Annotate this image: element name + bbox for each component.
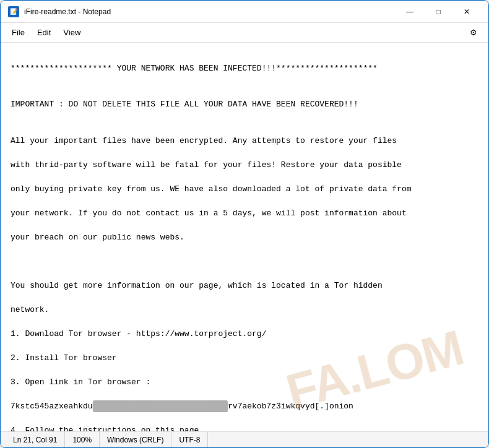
minimize-button[interactable]: — xyxy=(396,1,424,23)
line-16-start: 7kstc545azxeahkdu xyxy=(11,402,93,411)
line-3: IMPORTANT : DO NOT DELETE THIS FILE ALL … xyxy=(11,100,358,109)
close-button[interactable]: ✕ xyxy=(452,1,481,23)
title-bar: 📝 iFire-readme.txt - Notepad — □ ✕ xyxy=(1,1,488,23)
menu-file[interactable]: File xyxy=(6,25,31,40)
window-title: iFire-readme.txt - Notepad xyxy=(24,7,396,16)
line-7-text: only buying private key from us. WE have… xyxy=(11,184,412,194)
zoom-level[interactable]: 100% xyxy=(65,432,100,447)
line-15-text: 3. Open link in Tor browser : xyxy=(11,377,150,387)
app-icon: 📝 xyxy=(8,6,19,17)
text-editor-area[interactable]: ********************* YOUR NETWORK HAS B… xyxy=(1,43,488,431)
window-controls: — □ ✕ xyxy=(396,1,481,23)
line-5: All your important files have been encry… xyxy=(11,136,397,145)
line-1: ********************* YOUR NETWORK HAS B… xyxy=(11,64,378,73)
app-icon-letter: 📝 xyxy=(10,8,17,15)
encoding[interactable]: UTF-8 xyxy=(171,432,208,447)
gear-icon: ⚙ xyxy=(470,28,477,37)
settings-gear-button[interactable]: ⚙ xyxy=(464,24,483,41)
line-8-text: your network. If you do not contact us i… xyxy=(11,209,407,218)
line-ending[interactable]: Windows (CRLF) xyxy=(100,432,171,447)
menu-edit[interactable]: Edit xyxy=(31,25,57,40)
line-6-text: with thrid-party software will be fatal … xyxy=(11,160,402,170)
line-11: You should get more information on our p… xyxy=(11,281,383,290)
file-content: ********************* YOUR NETWORK HAS B… xyxy=(11,50,478,431)
line-17-text: 4. Follow the instructions on this page xyxy=(11,426,199,432)
line-16-redacted: ████████████████████████████ xyxy=(93,400,228,413)
menu-view[interactable]: View xyxy=(57,25,87,40)
cursor-position: Ln 21, Col 91 xyxy=(6,432,65,447)
line-12-text: network. xyxy=(11,305,49,314)
line-13-text: 1. Download Tor browser - https://www.to… xyxy=(11,329,266,338)
maximize-button[interactable]: □ xyxy=(424,1,452,23)
status-bar: Ln 21, Col 91 100% Windows (CRLF) UTF-8 xyxy=(1,431,488,447)
line-9-text: your breach on our public news webs. xyxy=(11,233,184,242)
line-14-text: 2. Install Tor browser xyxy=(11,353,117,363)
line-16-end: rv7aekob7z3iwkqvyd[.]onion xyxy=(228,402,353,411)
menu-bar: File Edit View ⚙ xyxy=(1,23,488,43)
